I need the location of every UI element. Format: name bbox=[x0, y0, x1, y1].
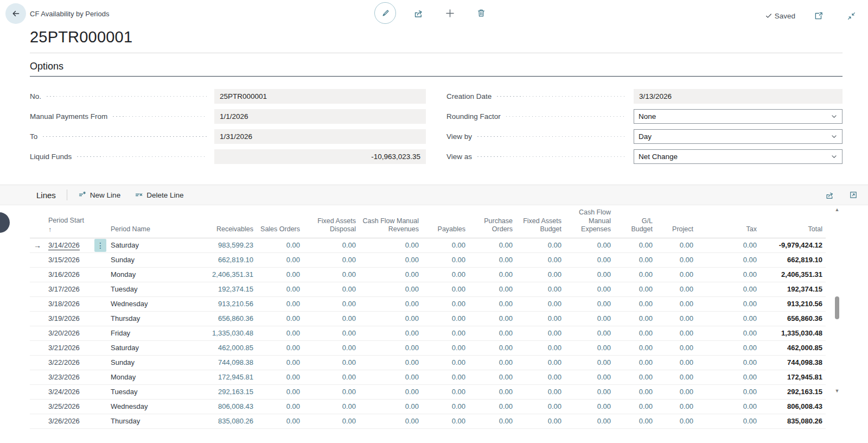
cell-total[interactable]: 835,080.26 bbox=[760, 414, 826, 428]
cell-cf_manual_revenues[interactable]: 0.00 bbox=[359, 296, 422, 311]
cell-fixed_assets_disposal[interactable]: 0.00 bbox=[303, 355, 359, 370]
cell-payables[interactable]: 0.00 bbox=[422, 238, 469, 252]
column-header-purchase_orders[interactable]: Purchase Orders bbox=[469, 205, 516, 238]
cell-total[interactable]: 172,945.81 bbox=[760, 370, 826, 384]
field-input[interactable]: 1/1/2026 bbox=[214, 109, 426, 124]
cell-cf_manual_expenses[interactable]: 0.00 bbox=[565, 252, 614, 267]
cell-fixed_assets_disposal[interactable]: 0.00 bbox=[303, 340, 359, 355]
cell-project[interactable]: 0.00 bbox=[656, 414, 697, 428]
cell-total[interactable]: 656,860.36 bbox=[760, 311, 826, 326]
cell-fixed_assets_budget[interactable]: 0.00 bbox=[516, 340, 565, 355]
cell-payables[interactable]: 0.00 bbox=[422, 252, 469, 267]
cell-period_name[interactable]: Tuesday bbox=[107, 384, 170, 399]
cell-receivables[interactable]: 662,819.10 bbox=[170, 252, 257, 267]
cell-sales_orders[interactable]: 0.00 bbox=[257, 311, 303, 326]
cell-payables[interactable]: 0.00 bbox=[422, 340, 469, 355]
cell-period_start[interactable]: 3/16/2026 bbox=[45, 267, 91, 282]
cell-fixed_assets_disposal[interactable]: 0.00 bbox=[303, 370, 359, 384]
cell-purchase_orders[interactable]: 0.00 bbox=[469, 399, 516, 414]
column-header-total[interactable]: Total bbox=[760, 205, 826, 238]
cell-cf_manual_expenses[interactable]: 0.00 bbox=[565, 267, 614, 282]
cell-cf_manual_revenues[interactable]: 0.00 bbox=[359, 252, 422, 267]
cell-tax[interactable]: 0.00 bbox=[697, 340, 760, 355]
cell-total[interactable]: 462,000.85 bbox=[760, 340, 826, 355]
cell-project[interactable]: 0.00 bbox=[656, 282, 697, 296]
cell-cf_manual_expenses[interactable]: 0.00 bbox=[565, 399, 614, 414]
cell-fixed_assets_disposal[interactable]: 0.00 bbox=[303, 384, 359, 399]
cell-gl_budget[interactable]: 0.00 bbox=[614, 252, 656, 267]
scroll-down-icon[interactable]: ▼ bbox=[835, 388, 840, 394]
share-lines-button[interactable] bbox=[824, 189, 835, 201]
cell-fixed_assets_budget[interactable]: 0.00 bbox=[516, 399, 565, 414]
cell-sales_orders[interactable]: 0.00 bbox=[257, 296, 303, 311]
cell-cf_manual_expenses[interactable]: 0.00 bbox=[565, 282, 614, 296]
column-header-fixed_assets_disposal[interactable]: Fixed Assets Disposal bbox=[303, 205, 359, 238]
cell-period_name[interactable]: Saturday bbox=[107, 238, 170, 252]
delete-line-button[interactable]: Delete Line bbox=[135, 191, 183, 199]
cell-total[interactable]: -9,979,424.12 bbox=[760, 238, 826, 252]
cell-purchase_orders[interactable]: 0.00 bbox=[469, 340, 516, 355]
cell-cf_manual_expenses[interactable]: 0.00 bbox=[565, 370, 614, 384]
cell-fixed_assets_disposal[interactable]: 0.00 bbox=[303, 414, 359, 428]
scrollbar-thumb[interactable] bbox=[835, 296, 839, 319]
cell-period_name[interactable]: Sunday bbox=[107, 355, 170, 370]
cell-period_start[interactable]: 3/25/2026 bbox=[45, 399, 91, 414]
cell-fixed_assets_budget[interactable]: 0.00 bbox=[516, 384, 565, 399]
cell-receivables[interactable]: 983,599.23 bbox=[170, 238, 257, 252]
cell-cf_manual_revenues[interactable]: 0.00 bbox=[359, 282, 422, 296]
cell-fixed_assets_disposal[interactable]: 0.00 bbox=[303, 282, 359, 296]
cell-period_name[interactable]: Friday bbox=[107, 326, 170, 340]
cell-sales_orders[interactable]: 0.00 bbox=[257, 267, 303, 282]
cell-tax[interactable]: 0.00 bbox=[697, 296, 760, 311]
cell-purchase_orders[interactable]: 0.00 bbox=[469, 355, 516, 370]
column-header-sales_orders[interactable]: Sales Orders bbox=[257, 205, 303, 238]
cell-period_name[interactable]: Sunday bbox=[107, 252, 170, 267]
cell-fixed_assets_budget[interactable]: 0.00 bbox=[516, 326, 565, 340]
cell-receivables[interactable]: 806,008.43 bbox=[170, 399, 257, 414]
cell-period_name[interactable]: Tuesday bbox=[107, 282, 170, 296]
cell-receivables[interactable]: 462,000.85 bbox=[170, 340, 257, 355]
field-select[interactable]: None bbox=[634, 109, 843, 124]
cell-fixed_assets_budget[interactable]: 0.00 bbox=[516, 282, 565, 296]
cell-total[interactable]: 662,819.10 bbox=[760, 252, 826, 267]
cell-tax[interactable]: 0.00 bbox=[697, 326, 760, 340]
cell-purchase_orders[interactable]: 0.00 bbox=[469, 311, 516, 326]
cell-sales_orders[interactable]: 0.00 bbox=[257, 370, 303, 384]
cell-period_name[interactable]: Wednesday bbox=[107, 399, 170, 414]
field-select[interactable]: Net Change bbox=[634, 149, 843, 164]
cell-sales_orders[interactable]: 0.00 bbox=[257, 340, 303, 355]
cell-cf_manual_revenues[interactable]: 0.00 bbox=[359, 355, 422, 370]
cell-total[interactable]: 913,210.56 bbox=[760, 296, 826, 311]
cell-fixed_assets_disposal[interactable]: 0.00 bbox=[303, 311, 359, 326]
cell-sales_orders[interactable]: 0.00 bbox=[257, 399, 303, 414]
cell-period_start[interactable]: 3/18/2026 bbox=[45, 296, 91, 311]
cell-payables[interactable]: 0.00 bbox=[422, 267, 469, 282]
cell-receivables[interactable]: 744,098.38 bbox=[170, 355, 257, 370]
cell-cf_manual_revenues[interactable]: 0.00 bbox=[359, 414, 422, 428]
cell-gl_budget[interactable]: 0.00 bbox=[614, 311, 656, 326]
cell-period_name[interactable]: Monday bbox=[107, 267, 170, 282]
cell-cf_manual_expenses[interactable]: 0.00 bbox=[565, 355, 614, 370]
cell-tax[interactable]: 0.00 bbox=[697, 384, 760, 399]
cell-payables[interactable]: 0.00 bbox=[422, 326, 469, 340]
cell-fixed_assets_disposal[interactable]: 0.00 bbox=[303, 267, 359, 282]
cell-project[interactable]: 0.00 bbox=[656, 296, 697, 311]
cell-purchase_orders[interactable]: 0.00 bbox=[469, 282, 516, 296]
cell-fixed_assets_budget[interactable]: 0.00 bbox=[516, 311, 565, 326]
vertical-scrollbar[interactable]: ▲ ▼ bbox=[833, 207, 841, 394]
cell-cf_manual_revenues[interactable]: 0.00 bbox=[359, 340, 422, 355]
field-input[interactable]: -10,963,023.35 bbox=[214, 149, 426, 164]
scrollbar-track[interactable] bbox=[833, 212, 841, 388]
column-header-gl_budget[interactable]: G/L Budget bbox=[614, 205, 656, 238]
cell-fixed_assets_budget[interactable]: 0.00 bbox=[516, 252, 565, 267]
cell-gl_budget[interactable]: 0.00 bbox=[614, 355, 656, 370]
cell-purchase_orders[interactable]: 0.00 bbox=[469, 267, 516, 282]
cell-purchase_orders[interactable]: 0.00 bbox=[469, 326, 516, 340]
cell-cf_manual_expenses[interactable]: 0.00 bbox=[565, 326, 614, 340]
cell-gl_budget[interactable]: 0.00 bbox=[614, 296, 656, 311]
column-header-cf_manual_revenues[interactable]: Cash Flow Manual Revenues bbox=[359, 205, 422, 238]
cell-cf_manual_revenues[interactable]: 0.00 bbox=[359, 384, 422, 399]
cell-tax[interactable]: 0.00 bbox=[697, 399, 760, 414]
cell-receivables[interactable]: 172,945.81 bbox=[170, 370, 257, 384]
cell-gl_budget[interactable]: 0.00 bbox=[614, 267, 656, 282]
